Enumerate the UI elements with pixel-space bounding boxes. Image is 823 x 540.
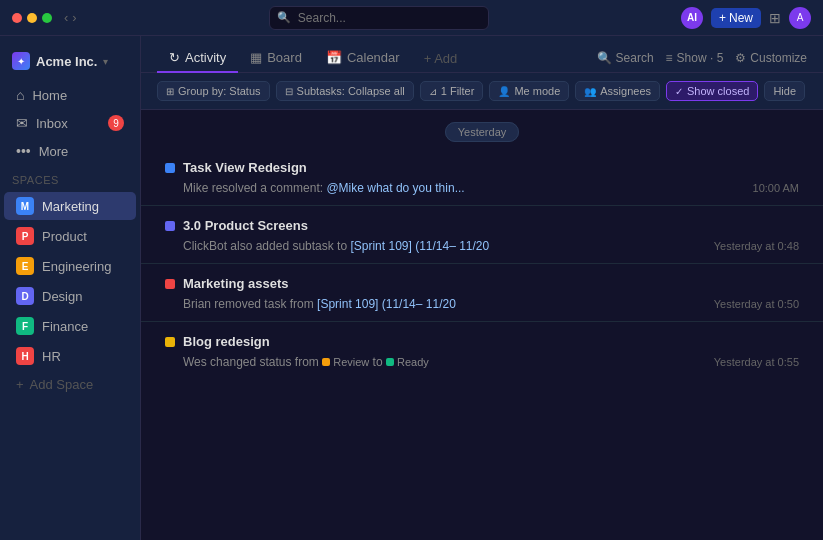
activity-title: Task View Redesign (165, 160, 799, 175)
activity-item-task-view-redesign[interactable]: Task View Redesign Mike resolved a comme… (141, 148, 823, 206)
grid-icon[interactable]: ⊞ (769, 10, 781, 26)
sidebar-item-home[interactable]: ⌂ Home (4, 82, 136, 108)
sidebar-item-inbox[interactable]: ✉ Inbox 9 (4, 110, 136, 136)
avatar[interactable]: A (789, 7, 811, 29)
tabs-bar: ↻ Activity ▦ Board 📅 Calendar + Add 🔍 Se… (141, 36, 823, 73)
ai-badge[interactable]: AI (681, 7, 703, 29)
timestamp: 10:00 AM (753, 182, 799, 194)
main-layout: ✦ Acme Inc. ▾ ⌂ Home ✉ Inbox 9 ••• More … (0, 36, 823, 540)
filter-subtasks[interactable]: ⊟ Subtasks: Collapse all (276, 81, 414, 101)
search-tab-icon: 🔍 (597, 51, 612, 65)
customize-action[interactable]: ⚙ Customize (735, 51, 807, 65)
activity-item-marketing-assets[interactable]: Marketing assets Brian removed task from… (141, 264, 823, 322)
maximize-dot[interactable] (42, 13, 52, 23)
timestamp: Yesterday at 0:48 (714, 240, 799, 252)
tab-board[interactable]: ▦ Board (238, 44, 314, 73)
close-dot[interactable] (12, 13, 22, 23)
task-dot (165, 221, 175, 231)
forward-icon[interactable]: › (72, 10, 76, 25)
sidebar-item-hr[interactable]: H HR (4, 342, 136, 370)
activity-title: 3.0 Product Screens (165, 218, 799, 233)
space-badge-marketing: M (16, 197, 34, 215)
org-name: Acme Inc. (36, 54, 97, 69)
status-to-dot (386, 358, 394, 366)
task-name: Blog redesign (183, 334, 270, 349)
me-mode-icon: 👤 (498, 86, 510, 97)
board-icon: ▦ (250, 50, 262, 65)
back-icon[interactable]: ‹ (64, 10, 68, 25)
activity-item-product-screens[interactable]: 3.0 Product Screens ClickBot also added … (141, 206, 823, 264)
tab-add-button[interactable]: + Add (412, 45, 470, 72)
topbar: ‹ › 🔍 AI + New ⊞ A (0, 0, 823, 36)
activity-icon: ↻ (169, 50, 180, 65)
activity-desc: Mike resolved a comment: @Mike what do y… (165, 181, 799, 195)
mention: [Sprint 109] (11/14– 11/20 (317, 297, 456, 311)
sidebar-item-finance[interactable]: F Finance (4, 312, 136, 340)
status-to: Ready (386, 356, 429, 368)
subtasks-icon: ⊟ (285, 86, 293, 97)
tab-calendar[interactable]: 📅 Calendar (314, 44, 412, 73)
task-name: 3.0 Product Screens (183, 218, 308, 233)
org-logo: ✦ (12, 52, 30, 70)
show-icon: ≡ (666, 51, 673, 65)
mention: @Mike what do you thin... (326, 181, 464, 195)
tab-activity[interactable]: ↻ Activity (157, 44, 238, 73)
desc-text: Brian removed task from [Sprint 109] (11… (183, 297, 714, 311)
filter-show-closed[interactable]: ✓ Show closed (666, 81, 758, 101)
sidebar-item-design[interactable]: D Design (4, 282, 136, 310)
filter-filter[interactable]: ⊿ 1 Filter (420, 81, 484, 101)
filter-hide[interactable]: Hide (764, 81, 805, 101)
new-plus-icon: + (719, 11, 726, 25)
mention: [Sprint 109] (11/14– 11/20 (350, 239, 489, 253)
inbox-icon: ✉ (16, 115, 28, 131)
assignees-icon: 👥 (584, 86, 596, 97)
add-space-plus-icon: + (16, 377, 24, 392)
content-area: ↻ Activity ▦ Board 📅 Calendar + Add 🔍 Se… (141, 36, 823, 540)
search-action[interactable]: 🔍 Search (597, 51, 654, 65)
status-from: Review (322, 356, 369, 368)
tab-actions: 🔍 Search ≡ Show · 5 ⚙ Customize (597, 51, 807, 65)
activity-desc: ClickBot also added subtask to [Sprint 1… (165, 239, 799, 253)
calendar-icon: 📅 (326, 50, 342, 65)
sidebar-item-marketing[interactable]: M Marketing (4, 192, 136, 220)
activity-item-blog-redesign[interactable]: Blog redesign Wes changed status from Re… (141, 322, 823, 379)
gear-icon: ⚙ (735, 51, 746, 65)
spaces-section-label: Spaces (0, 166, 140, 190)
desc-text: ClickBot also added subtask to [Sprint 1… (183, 239, 714, 253)
search-input[interactable] (269, 6, 489, 30)
filter-icon: ⊿ (429, 86, 437, 97)
inbox-badge: 9 (108, 115, 124, 131)
minimize-dot[interactable] (27, 13, 37, 23)
sidebar-item-more[interactable]: ••• More (4, 138, 136, 164)
activity-desc: Wes changed status from Review to Ready … (165, 355, 799, 369)
status-from-dot (322, 358, 330, 366)
filter-assignees[interactable]: 👥 Assignees (575, 81, 660, 101)
topbar-right: AI + New ⊞ A (681, 7, 811, 29)
task-dot (165, 337, 175, 347)
new-button[interactable]: + New (711, 8, 761, 28)
space-badge-engineering: E (16, 257, 34, 275)
more-icon: ••• (16, 143, 31, 159)
search-icon: 🔍 (277, 11, 291, 24)
desc-text: Wes changed status from Review to Ready (183, 355, 714, 369)
task-dot (165, 163, 175, 173)
sidebar-item-engineering[interactable]: E Engineering (4, 252, 136, 280)
sidebar-item-product[interactable]: P Product (4, 222, 136, 250)
space-badge-design: D (16, 287, 34, 305)
activity-feed: Yesterday Task View Redesign Mike resolv… (141, 110, 823, 540)
task-name: Task View Redesign (183, 160, 307, 175)
filter-me-mode[interactable]: 👤 Me mode (489, 81, 569, 101)
add-space-button[interactable]: + Add Space (4, 372, 136, 397)
filters-bar: ⊞ Group by: Status ⊟ Subtasks: Collapse … (141, 73, 823, 110)
timestamp: Yesterday at 0:50 (714, 298, 799, 310)
window-controls (12, 13, 52, 23)
space-badge-hr: H (16, 347, 34, 365)
nav-arrows: ‹ › (64, 10, 77, 25)
date-divider: Yesterday (141, 110, 823, 148)
home-icon: ⌂ (16, 87, 24, 103)
show-action[interactable]: ≡ Show · 5 (666, 51, 724, 65)
topbar-search: 🔍 (85, 6, 673, 30)
sidebar: ✦ Acme Inc. ▾ ⌂ Home ✉ Inbox 9 ••• More … (0, 36, 141, 540)
org-header[interactable]: ✦ Acme Inc. ▾ (0, 48, 140, 80)
filter-group-by[interactable]: ⊞ Group by: Status (157, 81, 270, 101)
